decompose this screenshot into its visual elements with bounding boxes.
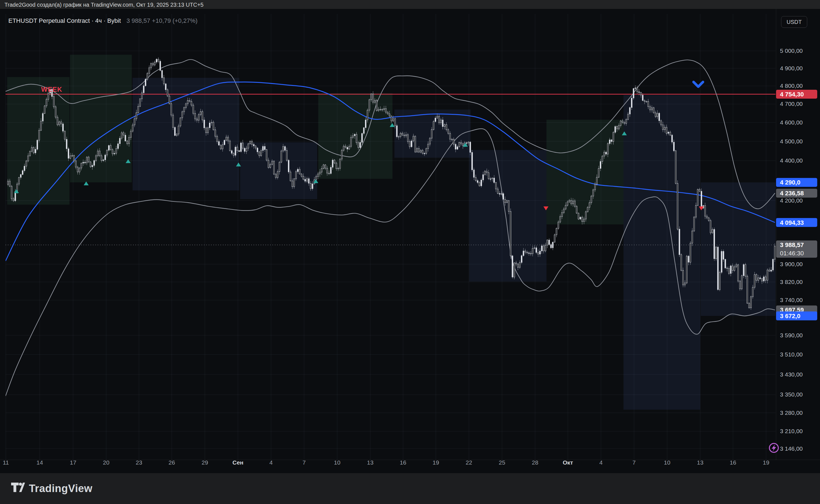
svg-text:13: 13 bbox=[697, 459, 703, 466]
zone-box-blue bbox=[624, 95, 700, 410]
svg-text:7: 7 bbox=[632, 459, 636, 466]
svg-text:13: 13 bbox=[367, 459, 373, 466]
week-line-label: WEEK bbox=[41, 86, 62, 93]
svg-text:16: 16 bbox=[730, 459, 736, 466]
svg-text:10: 10 bbox=[334, 459, 340, 466]
svg-text:14: 14 bbox=[36, 459, 43, 466]
svg-text:4 400,00: 4 400,00 bbox=[780, 157, 803, 164]
svg-text:17: 17 bbox=[70, 459, 76, 466]
svg-text:3 590,00: 3 590,00 bbox=[780, 332, 803, 338]
svg-text:4 290,0: 4 290,0 bbox=[780, 179, 800, 186]
zone-box-green bbox=[318, 93, 392, 179]
svg-text:5 000,00: 5 000,00 bbox=[780, 48, 803, 54]
zone-box-green bbox=[547, 120, 624, 224]
svg-text:4 900,00: 4 900,00 bbox=[780, 65, 803, 71]
svg-text:16: 16 bbox=[400, 459, 406, 466]
svg-text:4: 4 bbox=[269, 459, 273, 466]
svg-text:20: 20 bbox=[103, 459, 109, 466]
svg-text:4 200,00: 4 200,00 bbox=[780, 197, 803, 204]
svg-text:11: 11 bbox=[3, 459, 9, 466]
footer-bar: TradingView bbox=[0, 473, 820, 504]
svg-text:3 210,00: 3 210,00 bbox=[780, 428, 803, 434]
svg-text:3 900,00: 3 900,00 bbox=[780, 261, 803, 267]
zone-box-green bbox=[70, 55, 132, 182]
svg-text:19: 19 bbox=[763, 459, 769, 466]
svg-text:4 700,00: 4 700,00 bbox=[780, 101, 803, 107]
svg-text:22: 22 bbox=[466, 459, 472, 466]
svg-text:3 988,57: 3 988,57 bbox=[780, 241, 804, 248]
svg-text:26: 26 bbox=[168, 459, 175, 466]
svg-text:3 146,00: 3 146,00 bbox=[780, 445, 803, 452]
svg-text:4 600,00: 4 600,00 bbox=[780, 119, 803, 126]
chart-surface[interactable]: WEEK5 000,004 900,004 800,004 700,004 60… bbox=[0, 0, 820, 504]
svg-text:3 672,0: 3 672,0 bbox=[780, 313, 800, 320]
currency-toggle-button[interactable]: USDT bbox=[781, 16, 807, 28]
svg-text:3 280,00: 3 280,00 bbox=[780, 410, 803, 416]
svg-text:4 754,30: 4 754,30 bbox=[780, 91, 804, 98]
svg-text:19: 19 bbox=[433, 459, 439, 466]
tradingview-logo-text: TradingView bbox=[29, 483, 93, 495]
svg-text:4 800,00: 4 800,00 bbox=[780, 83, 803, 89]
svg-text:4: 4 bbox=[599, 459, 603, 466]
svg-text:4 094,33: 4 094,33 bbox=[780, 219, 804, 226]
tradingview-logo[interactable]: TradingView bbox=[11, 483, 93, 495]
svg-text:Сен: Сен bbox=[232, 459, 243, 466]
zone-box-blue bbox=[701, 182, 776, 316]
symbol-header: ETHUSDT Perpetual Contract · 4ч · Bybit … bbox=[8, 17, 198, 24]
svg-text:01:46:30: 01:46:30 bbox=[780, 250, 804, 257]
zone-box-blue bbox=[394, 109, 471, 158]
svg-text:25: 25 bbox=[499, 459, 505, 466]
zone-box-blue bbox=[133, 78, 239, 190]
svg-text:3 740,00: 3 740,00 bbox=[780, 297, 803, 303]
zone-box-blue bbox=[240, 142, 317, 199]
svg-text:4 500,00: 4 500,00 bbox=[780, 138, 803, 144]
svg-text:7: 7 bbox=[302, 459, 306, 466]
svg-text:10: 10 bbox=[664, 459, 670, 466]
symbol-quote: 3 988,57 +10,79 (+0,27%) bbox=[126, 17, 198, 24]
svg-text:4 236,58: 4 236,58 bbox=[780, 190, 804, 197]
svg-text:29: 29 bbox=[201, 459, 208, 466]
symbol-title: ETHUSDT Perpetual Contract · 4ч · Bybit bbox=[8, 17, 121, 24]
svg-text:3 510,00: 3 510,00 bbox=[780, 351, 803, 358]
svg-text:Окт: Окт bbox=[563, 459, 573, 466]
svg-text:23: 23 bbox=[136, 459, 142, 466]
top-bar: Trade2Good создал(а) график на TradingVi… bbox=[0, 0, 820, 9]
svg-text:3 820,00: 3 820,00 bbox=[780, 279, 803, 285]
top-bar-text: Trade2Good создал(а) график на TradingVi… bbox=[0, 0, 820, 9]
lightning-icon[interactable] bbox=[769, 443, 778, 452]
svg-text:28: 28 bbox=[532, 459, 538, 466]
svg-text:3 430,00: 3 430,00 bbox=[780, 371, 803, 378]
svg-text:3 350,00: 3 350,00 bbox=[780, 391, 803, 398]
tradingview-logo-icon bbox=[11, 483, 25, 495]
